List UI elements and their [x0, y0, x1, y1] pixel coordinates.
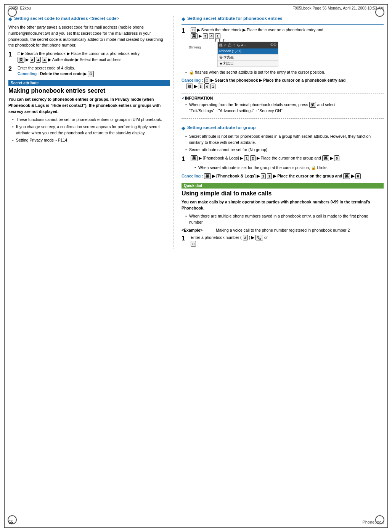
q-key-call: 📞 [255, 235, 263, 240]
r-key-4: 4 [209, 33, 214, 39]
step2-row: 2 Enter the secret code of 4 digits. Can… [8, 65, 170, 77]
section1-hr [182, 24, 384, 25]
group-bullets: When secret attribute is set for the gro… [191, 165, 384, 171]
right-section2-header: ◆ Setting secret attribute for group [182, 125, 384, 132]
right-canceling-row: Canceling : □ ▶ Search the phonebook ▶ P… [182, 77, 384, 89]
quick-step1-row: 1 Enter a phonebook number ( 2 ) ▶ 📞 or … [182, 235, 384, 247]
section1-header: ◆ Setting secret code to mail address <S… [8, 16, 170, 23]
using-bold-para: You can make calls by a simple operation… [182, 199, 384, 211]
quick-dial-bar: Quick dial [182, 183, 384, 189]
key-menu: 菜 [18, 57, 24, 63]
right-section1-title: Setting secret attribute for phonebook e… [187, 16, 283, 21]
using-simple-title: Using simple dial to make calls [182, 190, 384, 197]
phone-screenshot-container: Blinking ⬆ ⬆ ⬆ 鑑 ☆ 凸 イ ら &-- ①① Phbook (… [191, 42, 384, 67]
group-canceling-label: Canceling : [182, 174, 203, 178]
using-bullet-1: When there are multiple phone numbers sa… [185, 213, 384, 226]
canceling-action: Delete the secret code [40, 71, 82, 76]
section2-bullets: Secret attribute is not set for phoneboo… [182, 134, 384, 153]
step1-num: 1 [8, 51, 15, 58]
step2-num: 2 [8, 65, 15, 73]
canceling-label: Canceling [18, 71, 37, 76]
right-canceling-label: Canceling : [182, 78, 203, 82]
making-bold-para: You can set secrecy to phonebook entries… [8, 97, 170, 114]
group-step1-num: 1 [182, 155, 188, 163]
divider1 [182, 122, 384, 122]
blinking-label-text: Blinking [189, 45, 201, 49]
making-bullet-2: If you change secrecy, a confirmation sc… [12, 124, 170, 136]
step1-icon: □ ▶ [18, 51, 25, 56]
example-title: Making a voice call to the phone number … [216, 228, 350, 232]
main-content: ◆ Setting secret code to mail address <S… [5, 12, 387, 253]
g-key-2: 2 [250, 155, 255, 161]
right-step1-content: □ ▶ Search the phonebook ▶ Place the cur… [191, 27, 384, 39]
footer-page-num: 56 [8, 520, 13, 524]
key-4a: 4 [36, 57, 41, 63]
footer-section: Phonebook [362, 520, 384, 524]
corner-mark-tl [8, 8, 17, 17]
right-step1-num: 1 [182, 27, 188, 34]
step1-content: □ ▶ Search the phonebook ▶ Place the cur… [18, 51, 170, 63]
info-title: ✓INFORMATION [182, 96, 384, 100]
gc-key-menu: 菜 [204, 173, 211, 179]
group-step1-content: 菜 ▶ [Phonebook & Logs] ▶ 1 2 ▶ Place the… [191, 155, 384, 161]
group-canceling-row: Canceling : 菜 ▶ [Phonebook & Logs] ▶ 1 2… [182, 173, 384, 179]
gc-key-8: 8 [355, 173, 360, 179]
making-secret-title: Making phonebook entries secret [8, 87, 170, 94]
right-canceling-action: □ ▶ Search the phonebook ▶ Place the cur… [182, 78, 345, 88]
group-step1-row: 1 菜 ▶ [Phonebook & Logs] ▶ 1 2 ▶ Place t… [182, 155, 384, 163]
example-label: <Example> [182, 228, 212, 232]
right-section2-title: Setting secret attribute for group [187, 125, 256, 130]
screen-row-phbook: Phbook (1／1) [218, 48, 278, 55]
c-key-4: 4 [204, 84, 209, 89]
example-row: <Example> Making a voice call to the pho… [182, 228, 384, 232]
c-key-menu: 菜 [186, 84, 193, 89]
screen-header-right: ①① [270, 43, 276, 48]
group-canceling-action: 菜 ▶ [Phonebook & Logs] ▶ 1 2 ▶ Place the… [204, 174, 360, 178]
gc-key-menu2: 菜 [343, 173, 350, 179]
screen-header-left: 鑑 ☆ 凸 イ ら &-- [219, 43, 246, 48]
g-key-menu2: 菜 [322, 155, 329, 161]
q-key-sq: □ [191, 241, 196, 247]
key-3: 3 [30, 57, 35, 63]
r-key-menu: 菜 [191, 33, 198, 39]
section2-bullet-2: Secret attribute cannot be set for (No g… [185, 147, 384, 153]
corner-mark-tr [375, 8, 384, 17]
step2-content: Enter the secret code of 4 digits. Cance… [18, 65, 170, 77]
section1-body: When the other party saves a secret code… [8, 24, 170, 48]
right-section1: ◆ Setting secret attribute for phonebook… [182, 16, 384, 89]
quick-step1-num: 1 [182, 235, 188, 242]
right-section2: ◆ Setting secret attribute for group Sec… [182, 125, 384, 179]
right-column: ◆ Setting secret attribute for phonebook… [182, 16, 384, 249]
gc-key-2: 2 [267, 173, 272, 179]
q-key-2: 2 [243, 235, 248, 240]
blinking-arrow: ⬆ ⬆ ⬆ [214, 39, 225, 42]
info-bullet-1: When operating from the Terminal phonebo… [185, 102, 384, 114]
phone-screenshot: 鑑 ☆ 凸 イ ら &-- ①① Phbook (1／1) 谷 李先生 ★ 刘女… [217, 42, 278, 67]
using-bullets: When there are multiple phone numbers sa… [182, 213, 384, 226]
right-diamond2-icon: ◆ [182, 125, 185, 131]
r-key-3: 3 [203, 33, 208, 39]
g-key-1: 1 [244, 155, 249, 161]
footer-bar: 56 Phonebook [8, 518, 384, 524]
g-key-8: 8 [334, 155, 339, 161]
secret-attribute-bar: Secret attribute [8, 80, 170, 86]
section2-bullet-1: Secret attribute is not set for phoneboo… [185, 134, 384, 146]
right-step1-row: 1 □ ▶ Search the phonebook ▶ Place the c… [182, 27, 384, 39]
key-menu2: □ [204, 77, 210, 83]
info-box: ✓INFORMATION When operating from the Ter… [182, 93, 384, 119]
making-bullets: These functions cannot be set for phoneb… [8, 117, 170, 143]
gc-key-1: 1 [261, 173, 266, 179]
check-mark: ✓ [182, 96, 185, 100]
making-bullet-1: These functions cannot be set for phoneb… [12, 117, 170, 123]
c-key-1: 1 [210, 84, 215, 89]
group-bullet-1: When secret attribute is set for the gro… [194, 165, 384, 171]
header-bar: F905i_E2kou F905i.book Page 56 Monday, A… [5, 5, 387, 12]
phone-screen-header: 鑑 ☆ 凸 イ ら &-- ①① [218, 42, 278, 48]
header-print-info: F905i.book Page 56 Monday, April 21, 200… [292, 6, 384, 10]
page-border: F905i_E2kou F905i.book Page 56 Monday, A… [4, 4, 388, 528]
right-diamond-icon: ◆ [182, 16, 185, 22]
quick-step1-content: Enter a phonebook number ( 2 ) ▶ 📞 or □ [191, 235, 384, 247]
c-key-3: 3 [198, 84, 203, 89]
key-sq: □ [191, 27, 196, 33]
section1-title: Setting secret code to mail address <Sec… [14, 16, 119, 21]
